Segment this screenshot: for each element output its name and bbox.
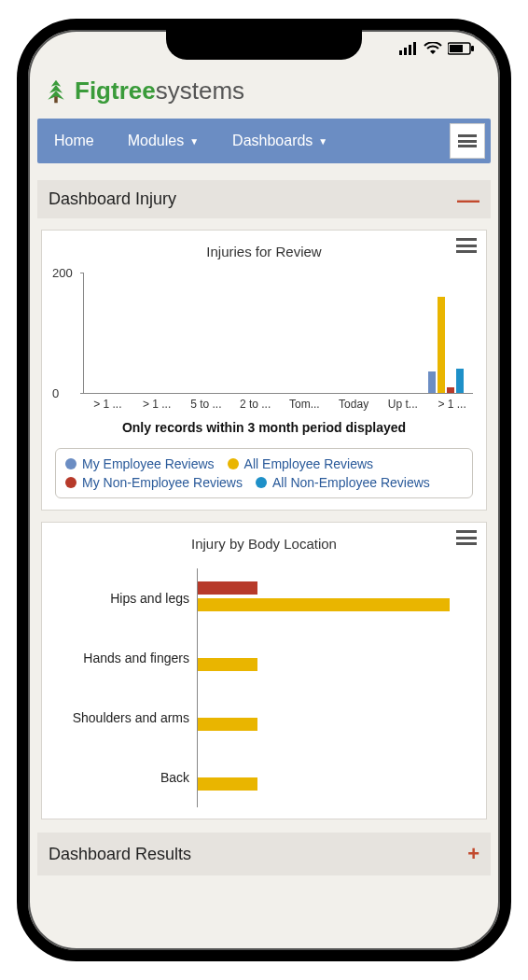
svg-rect-5 — [450, 45, 463, 52]
menu-button[interactable] — [450, 123, 485, 159]
nav-dashboards[interactable]: Dashboards▼ — [215, 119, 344, 163]
hbar-series-b — [198, 598, 450, 611]
hbar-row: Hips and legs — [57, 568, 471, 628]
signal-icon — [399, 42, 418, 55]
expand-icon[interactable]: + — [467, 842, 479, 866]
hbar-series-b — [198, 718, 257, 731]
bar-my-nonemp — [447, 387, 454, 393]
nav-home-label: Home — [54, 133, 94, 149]
x-tick: Up t... — [379, 394, 428, 411]
chevron-down-icon: ▼ — [318, 136, 327, 147]
y-tick-0: 0 — [52, 386, 59, 400]
hbar-row: Back — [57, 748, 471, 807]
chart1-title: Injuries for Review — [51, 240, 477, 267]
chart-injuries-for-review: Injuries for Review 200 0 — [41, 230, 487, 511]
phone-frame: Figtreesystems Home Modules▼ Dashboards▼… — [17, 19, 511, 961]
legend-all-nonemp[interactable]: All Non-Employee Reviews — [256, 475, 430, 490]
x-tick: 5 to ... — [182, 394, 231, 411]
navbar: Home Modules▼ Dashboards▼ — [37, 119, 491, 163]
section-injury-title: Dashboard Injury — [49, 189, 176, 209]
dot-icon — [228, 458, 239, 469]
nav-modules-label: Modules — [128, 133, 184, 149]
chart-menu-button[interactable] — [456, 238, 477, 253]
nav-dashboards-label: Dashboards — [232, 133, 313, 149]
chart1-x-axis: > 1 ... > 1 ... 5 to ... 2 to ... Tom...… — [83, 394, 477, 411]
svg-rect-7 — [54, 96, 58, 103]
chart1-legend: My Employee Reviews All Employee Reviews… — [55, 448, 473, 498]
brand-tree: tree — [111, 77, 156, 105]
hbar-series-a — [198, 581, 257, 595]
bar-all-emp — [438, 297, 445, 393]
hbar-series-b — [198, 777, 257, 791]
hbar-row: Hands and fingers — [57, 628, 471, 688]
phone-notch — [166, 28, 362, 60]
section-results-header[interactable]: Dashboard Results + — [37, 833, 491, 875]
hamburger-icon — [456, 238, 477, 253]
app-root: Figtreesystems Home Modules▼ Dashboards▼… — [28, 67, 500, 875]
bar-all-nonemp — [456, 369, 464, 393]
chevron-down-icon: ▼ — [189, 136, 199, 147]
chart1-note: Only records within 3 month period displ… — [51, 420, 477, 435]
legend-all-emp[interactable]: All Employee Reviews — [228, 456, 374, 471]
svg-rect-2 — [409, 45, 411, 55]
brand-fig: Fig — [75, 77, 111, 105]
svg-rect-0 — [399, 50, 402, 55]
hamburger-icon — [456, 530, 477, 545]
dot-icon — [65, 458, 76, 469]
battery-icon — [448, 42, 474, 55]
brand-text: Figtreesystems — [75, 77, 244, 105]
hamburger-icon — [458, 134, 477, 147]
legend-my-emp[interactable]: My Employee Reviews — [65, 456, 215, 471]
brand-logo: Figtreesystems — [37, 67, 491, 119]
x-tick: > 1 ... — [427, 394, 477, 411]
svg-rect-1 — [404, 48, 407, 55]
x-tick: 2 to ... — [230, 394, 280, 411]
chart2-plot: Hips and legs Hands and fingers Shoulder… — [57, 568, 471, 807]
y-tick-200: 200 — [52, 266, 73, 280]
x-tick: Today — [329, 394, 379, 411]
section-results-title: Dashboard Results — [49, 845, 191, 864]
collapse-icon[interactable]: — — [457, 193, 479, 206]
x-tick: > 1 ... — [132, 394, 182, 411]
hbar-row: Shoulders and arms — [57, 688, 471, 748]
brand-systems: systems — [156, 77, 244, 105]
hbar-label: Back — [57, 770, 197, 785]
chart1-plot: 200 0 — [83, 273, 473, 394]
svg-rect-3 — [413, 42, 416, 55]
wifi-icon — [424, 42, 442, 55]
hbar-series-b — [198, 658, 257, 671]
hbar-label: Hands and fingers — [57, 651, 197, 665]
hbar-label: Hips and legs — [57, 591, 197, 606]
chart-menu-button[interactable] — [456, 530, 477, 545]
chart1-bars — [84, 273, 473, 393]
bar-my-emp — [428, 371, 436, 393]
section-injury-header[interactable]: Dashboard Injury — — [37, 180, 491, 218]
nav-home[interactable]: Home — [37, 119, 111, 163]
svg-rect-6 — [471, 46, 474, 51]
dot-icon — [256, 477, 267, 488]
x-tick: > 1 ... — [83, 394, 132, 411]
chart-injury-by-body-location: Injury by Body Location Hips and legs Ha… — [41, 522, 487, 819]
leaf-icon — [43, 78, 69, 105]
chart2-title: Injury by Body Location — [51, 532, 477, 559]
x-tick: Tom... — [280, 394, 329, 411]
dot-icon — [65, 477, 76, 488]
legend-my-nonemp[interactable]: My Non-Employee Reviews — [65, 475, 243, 490]
hbar-label: Shoulders and arms — [57, 710, 197, 725]
nav-modules[interactable]: Modules▼ — [111, 119, 215, 163]
